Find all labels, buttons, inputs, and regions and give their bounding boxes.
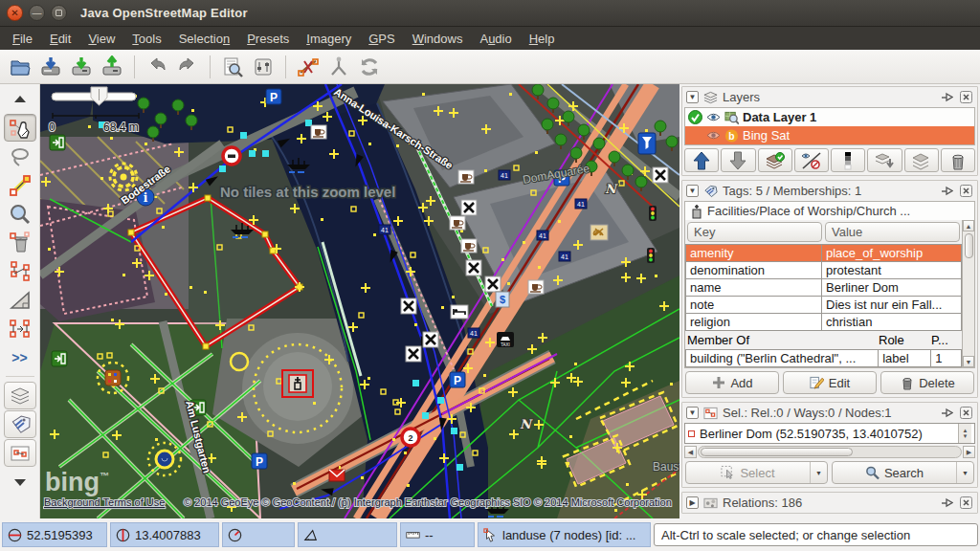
- delete-tool-icon[interactable]: [4, 229, 36, 256]
- member-role[interactable]: label: [879, 350, 931, 367]
- search-button[interactable]: Search▼: [832, 461, 974, 484]
- move-up-icon[interactable]: [684, 148, 719, 172]
- scroll-down-icon[interactable]: [4, 468, 36, 496]
- refresh-icon[interactable]: [355, 53, 384, 81]
- preferences-icon[interactable]: [249, 53, 278, 81]
- selection-list-item[interactable]: Berliner Dom (52.5190735, 13.4010752) ▲▼: [684, 423, 975, 444]
- scrollbar-thumb[interactable]: [965, 233, 973, 258]
- tag-row[interactable]: nameBerliner Dom: [686, 279, 962, 297]
- pin-panel-icon[interactable]: [940, 184, 954, 198]
- tag-value[interactable]: Dies ist nur ein Fall...: [822, 297, 962, 314]
- menu-windows[interactable]: Windows: [404, 29, 472, 49]
- object-field[interactable]: landuse (7 nodes) [id: ...: [478, 522, 651, 547]
- menu-gps[interactable]: GPS: [360, 29, 403, 49]
- member-column-header[interactable]: Member Of: [687, 333, 876, 347]
- angle-field[interactable]: [298, 522, 397, 547]
- open-icon[interactable]: [6, 53, 34, 81]
- tags-panel-toggle-icon[interactable]: [4, 410, 36, 438]
- selection-scrollbar[interactable]: ◀ ▶: [684, 446, 975, 458]
- member-parent[interactable]: building ("Berlin Cathedral", ...: [686, 350, 879, 367]
- tag-key[interactable]: note: [686, 297, 822, 314]
- inactive-layer-icon[interactable]: [688, 128, 702, 143]
- scroll-right-icon[interactable]: ▶: [963, 446, 975, 458]
- activate-layer-icon[interactable]: [758, 148, 792, 172]
- zoom-tool-icon[interactable]: [4, 200, 36, 228]
- menu-audio[interactable]: Audio: [471, 29, 520, 49]
- member-position[interactable]: 1: [931, 350, 962, 367]
- tag-row[interactable]: noteDies ist nur ein Fall...: [686, 297, 962, 314]
- more-tools[interactable]: >>: [4, 343, 36, 371]
- tag-value[interactable]: Berliner Dom: [822, 279, 962, 297]
- menu-view[interactable]: View: [79, 29, 123, 49]
- minimize-window-icon[interactable]: —: [29, 5, 45, 21]
- menu-tools[interactable]: Tools: [123, 29, 169, 49]
- redo-icon[interactable]: [173, 53, 202, 81]
- pin-panel-icon[interactable]: [940, 90, 954, 104]
- opacity-icon[interactable]: [831, 148, 865, 172]
- collapse-layers-icon[interactable]: ▼: [686, 91, 699, 103]
- parallel-tool-icon[interactable]: [4, 315, 36, 342]
- save-icon[interactable]: [67, 53, 96, 81]
- layers-panel-toggle-icon[interactable]: [4, 382, 36, 409]
- merge-down-icon[interactable]: [867, 148, 902, 172]
- tag-key[interactable]: religion: [686, 314, 822, 331]
- download-icon[interactable]: [36, 53, 65, 81]
- select-button[interactable]: Select▼: [685, 461, 828, 484]
- list-spinner[interactable]: ▲▼: [958, 424, 971, 443]
- tag-key[interactable]: denomination: [686, 262, 822, 279]
- close-panel-icon[interactable]: [959, 406, 973, 420]
- latitude-field[interactable]: 52.5195393: [2, 522, 107, 547]
- unglue-tool-icon[interactable]: [4, 257, 36, 285]
- tag-row[interactable]: amenityplace_of_worship: [686, 245, 962, 262]
- scroll-up-icon[interactable]: [4, 85, 36, 113]
- delete-layer-icon[interactable]: [941, 148, 975, 172]
- visibility-eye-icon[interactable]: [706, 128, 721, 143]
- expand-relations-icon[interactable]: ▶: [686, 496, 699, 509]
- scroll-up-icon[interactable]: ▲: [963, 220, 974, 231]
- heading-field[interactable]: [222, 522, 295, 547]
- menu-help[interactable]: Help: [521, 29, 564, 49]
- tags-scrollbar[interactable]: ▲ ▼: [962, 220, 974, 367]
- show-hide-icon[interactable]: [794, 148, 829, 172]
- collapse-tags-icon[interactable]: ▼: [686, 185, 699, 197]
- combine-way-icon[interactable]: [324, 53, 353, 81]
- close-panel-icon[interactable]: [959, 90, 973, 104]
- draw-node-tool-icon[interactable]: [4, 171, 36, 199]
- tag-value[interactable]: protestant: [822, 262, 962, 279]
- upload-icon[interactable]: [98, 53, 126, 81]
- select-tool-icon[interactable]: [4, 114, 36, 142]
- menu-selection[interactable]: Selection: [170, 29, 238, 49]
- scroll-down-icon[interactable]: ▼: [963, 356, 974, 367]
- tag-row[interactable]: denominationprotestant: [686, 262, 962, 279]
- split-way-icon[interactable]: [294, 53, 323, 81]
- tag-value[interactable]: christian: [822, 314, 962, 331]
- tag-key[interactable]: amenity: [686, 245, 822, 262]
- add-button[interactable]: Add: [685, 371, 779, 394]
- close-panel-icon[interactable]: [959, 496, 973, 510]
- tag-value[interactable]: place_of_worship: [822, 245, 962, 262]
- extrude-tool-icon[interactable]: [4, 286, 36, 314]
- close-window-icon[interactable]: ✕: [7, 5, 23, 21]
- undo-icon[interactable]: [143, 53, 171, 81]
- search-presets-icon[interactable]: [218, 53, 247, 81]
- layer-row[interactable]: bBing Sat: [685, 126, 974, 144]
- tag-row[interactable]: religionchristian: [686, 314, 962, 331]
- menu-file[interactable]: File: [4, 29, 41, 49]
- dropdown-caret-icon[interactable]: ▼: [956, 462, 973, 483]
- menu-imagery[interactable]: Imagery: [298, 29, 360, 49]
- close-panel-icon[interactable]: [959, 184, 973, 198]
- maximize-window-icon[interactable]: [51, 5, 67, 21]
- column-header-value[interactable]: Value: [825, 222, 960, 242]
- pin-panel-icon[interactable]: [940, 496, 954, 510]
- map-canvas[interactable]: PPPPTAXI$i2414141414141BodestraßeAm Lust…: [40, 84, 679, 518]
- preset-row[interactable]: Facilities/Place of Worship/Church ...: [684, 201, 975, 220]
- edit-button[interactable]: Edit: [783, 371, 877, 394]
- tag-key[interactable]: name: [686, 279, 822, 297]
- member-column-header[interactable]: Role: [879, 333, 928, 347]
- move-down-icon[interactable]: [721, 148, 755, 172]
- selection-panel-toggle-icon[interactable]: [4, 439, 36, 467]
- menu-edit[interactable]: Edit: [41, 29, 79, 49]
- visibility-eye-icon[interactable]: [706, 110, 721, 124]
- collapse-selection-icon[interactable]: ▼: [686, 407, 699, 419]
- distance-field[interactable]: --: [400, 522, 475, 547]
